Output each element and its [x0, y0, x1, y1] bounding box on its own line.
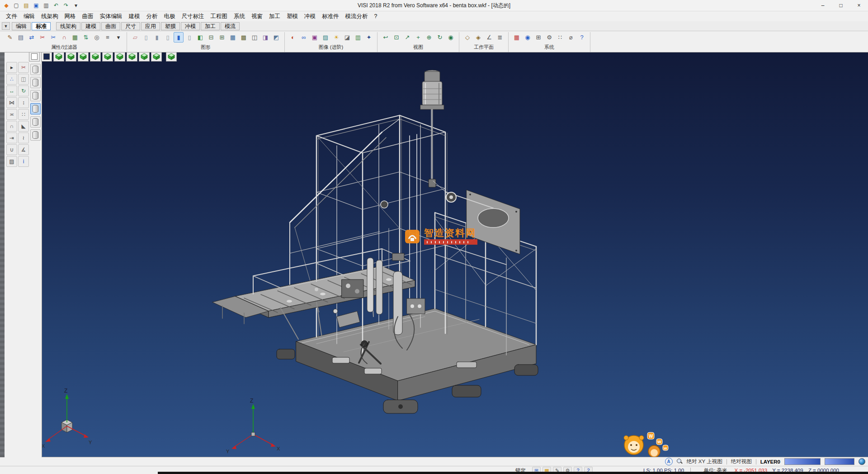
- toolbar-icon[interactable]: ✎: [5, 32, 15, 43]
- menu-item[interactable]: 视窗: [248, 12, 266, 21]
- menu-item[interactable]: 冲模: [301, 12, 319, 21]
- toolbar-icon[interactable]: ∞: [299, 32, 309, 43]
- menu-item[interactable]: 编辑: [20, 12, 38, 21]
- absolute-view2-label[interactable]: 绝对视图: [731, 458, 752, 465]
- scene-db-icon[interactable]: [30, 77, 41, 88]
- left-tool-icon[interactable]: ◣: [18, 121, 29, 132]
- menu-item[interactable]: 尺寸标注: [179, 12, 208, 21]
- iso-view-cube-icon[interactable]: [102, 52, 113, 62]
- toolbar-icon[interactable]: ▱: [130, 32, 140, 43]
- context-tab[interactable]: 应用: [141, 22, 160, 30]
- context-tab[interactable]: 建模: [81, 22, 100, 30]
- left-tool-icon[interactable]: ∴: [6, 74, 17, 85]
- quick-access-icon[interactable]: ▢: [12, 1, 21, 9]
- menu-item[interactable]: 文件: [3, 12, 20, 21]
- online-globe-icon[interactable]: [859, 458, 865, 465]
- context-tab[interactable]: 模流: [221, 22, 240, 30]
- zoom-level-bar-1[interactable]: [784, 458, 821, 465]
- quick-access-icon[interactable]: ▤: [22, 1, 31, 9]
- context-tab[interactable]: 线架构: [56, 22, 80, 30]
- left-tool-icon[interactable]: ∩: [6, 121, 17, 132]
- toolbar-icon[interactable]: ◇: [462, 32, 472, 43]
- toolbar-icon[interactable]: ↗: [402, 32, 412, 43]
- toolbar-icon[interactable]: ◐: [288, 32, 298, 43]
- left-tool-icon[interactable]: ∡: [18, 144, 29, 155]
- toolbar-icon[interactable]: ≣: [495, 32, 505, 43]
- menu-item[interactable]: 分析: [143, 12, 161, 21]
- iso-view-cube-icon[interactable]: [127, 52, 137, 62]
- left-tool-icon[interactable]: ▨: [6, 156, 17, 167]
- toolbar-icon[interactable]: ▮: [174, 32, 184, 43]
- toolbar-icon[interactable]: ∷: [555, 32, 565, 43]
- iso-view-cube-icon[interactable]: [66, 52, 76, 62]
- toolbar-icon[interactable]: ∠: [484, 32, 494, 43]
- context-tab[interactable]: 编辑: [12, 22, 31, 30]
- toolbar-icon[interactable]: ⊞: [533, 32, 543, 43]
- toolbar-icon[interactable]: ✦: [364, 32, 374, 43]
- iso-view-cube-icon[interactable]: [139, 52, 150, 62]
- left-tool-icon[interactable]: ⇥: [6, 133, 17, 143]
- left-tool-icon[interactable]: ≍: [6, 109, 17, 120]
- toolbar-icon[interactable]: ◉: [446, 32, 456, 43]
- toolbar-icon[interactable]: ↻: [435, 32, 445, 43]
- toolbar-icon[interactable]: ▯: [184, 32, 194, 43]
- scene-db-icon[interactable]: [30, 103, 41, 114]
- iso-view-cube-icon[interactable]: [53, 52, 64, 62]
- menu-item[interactable]: 线架构: [38, 12, 61, 21]
- menu-item[interactable]: 建模: [126, 12, 143, 21]
- toolbar-icon[interactable]: +: [413, 32, 423, 43]
- iso-view-cube-icon[interactable]: [90, 52, 101, 62]
- dark-mode-icon[interactable]: [41, 52, 52, 62]
- toolbar-icon[interactable]: ⊞: [217, 32, 227, 43]
- active-layer-label[interactable]: LAYER0: [760, 459, 780, 465]
- left-tool-icon[interactable]: ≀: [18, 133, 29, 143]
- quick-access-icon[interactable]: ▥: [42, 1, 51, 9]
- toolbar-icon[interactable]: ▨: [321, 32, 330, 43]
- zoom-level-bar-2[interactable]: [825, 458, 854, 465]
- left-tool-icon[interactable]: ▸: [6, 62, 17, 73]
- toolbar-icon[interactable]: ▤: [16, 32, 26, 43]
- toolbar-icon[interactable]: ✂: [38, 32, 47, 43]
- annotation-a-icon[interactable]: A: [665, 458, 673, 465]
- toolbar-icon[interactable]: ?: [577, 32, 587, 43]
- left-tool-icon[interactable]: ↔: [6, 85, 17, 96]
- scene-db-icon[interactable]: [30, 64, 41, 75]
- toolbar-icon[interactable]: ◎: [92, 32, 102, 43]
- quick-access-icon[interactable]: ↷: [61, 1, 71, 9]
- left-tool-icon[interactable]: ∷: [18, 109, 29, 120]
- scene-db-icon[interactable]: [30, 129, 41, 141]
- window-control-button[interactable]: –: [814, 0, 832, 11]
- toolbar-icon[interactable]: ▦: [512, 32, 522, 43]
- menu-item[interactable]: 网格: [61, 12, 79, 21]
- left-tool-icon[interactable]: ∪: [6, 144, 17, 155]
- context-tab[interactable]: 曲面: [101, 22, 120, 30]
- context-tab[interactable]: 标准: [32, 22, 51, 30]
- menu-item[interactable]: 加工: [266, 12, 283, 21]
- toolbar-icon[interactable]: ≡: [103, 32, 113, 43]
- iso-view-cube-icon[interactable]: [151, 52, 162, 62]
- toolbar-icon[interactable]: ⊕: [424, 32, 434, 43]
- quick-access-icon[interactable]: ▾: [71, 1, 80, 9]
- context-tab[interactable]: 冲模: [181, 22, 200, 30]
- toolbar-icon[interactable]: ✂: [48, 32, 58, 43]
- toolbar-icon[interactable]: ⌀: [566, 32, 576, 43]
- window-control-button[interactable]: □: [832, 0, 850, 11]
- context-tab[interactable]: 塑膜: [161, 22, 180, 30]
- left-tool-icon[interactable]: ✂: [18, 62, 29, 73]
- left-tool-icon[interactable]: i: [18, 156, 29, 167]
- toolbar-icon[interactable]: ▾: [113, 32, 123, 43]
- menu-item[interactable]: 标准件: [319, 12, 342, 21]
- scene-db-icon[interactable]: [30, 116, 41, 128]
- toolbar-icon[interactable]: ☀: [331, 32, 341, 43]
- toolbar-icon[interactable]: ⊟: [206, 32, 216, 43]
- toolbar-icon[interactable]: ⇄: [27, 32, 37, 43]
- menu-item[interactable]: 模流分析: [342, 12, 371, 21]
- shaded-mode-icon[interactable]: [29, 52, 40, 62]
- toolbar-icon[interactable]: ▥: [353, 32, 363, 43]
- toolbar-icon[interactable]: ▦: [70, 32, 80, 43]
- toolbar-icon[interactable]: ⊡: [392, 32, 401, 43]
- toolbar-icon[interactable]: ◨: [260, 32, 270, 43]
- toolbar-icon[interactable]: ▦: [228, 32, 238, 43]
- toolbar-icon[interactable]: ▮: [152, 32, 162, 43]
- toolbar-icon[interactable]: ▯: [163, 32, 173, 43]
